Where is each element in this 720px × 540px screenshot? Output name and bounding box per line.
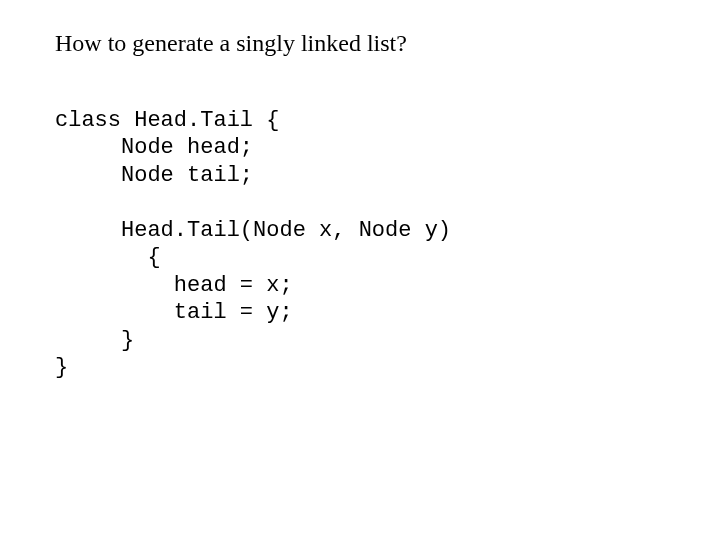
code-line: tail = y; [55,300,293,325]
slide: How to generate a singly linked list? cl… [0,0,720,412]
code-line: Node head; [55,135,253,160]
code-line: head = x; [55,273,293,298]
code-block: class Head.Tail { Node head; Node tail; … [55,79,665,382]
code-line: class Head.Tail { [55,108,279,133]
code-line: Head.Tail(Node x, Node y) [55,218,451,243]
code-line: Node tail; [55,163,253,188]
code-line: } [55,328,134,353]
code-line: { [55,245,161,270]
slide-heading: How to generate a singly linked list? [55,30,665,57]
code-line: } [55,355,68,380]
